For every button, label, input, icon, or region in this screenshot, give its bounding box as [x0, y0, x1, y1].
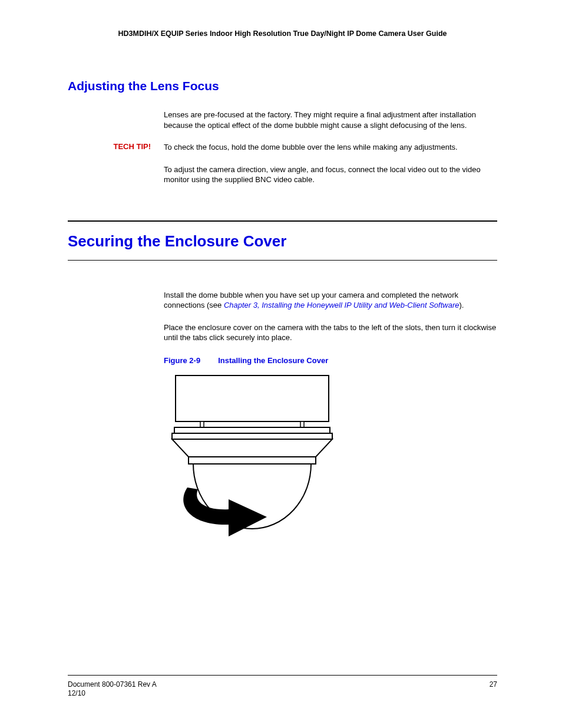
cross-reference-link[interactable]: Chapter 3, Installing the Honeywell IP U… — [224, 301, 459, 309]
figure-caption: Figure 2-9Installing the Enclosure Cover — [164, 355, 497, 365]
paragraph: Install the dome bubble when you have se… — [164, 290, 497, 311]
document-date: 12/10 — [68, 689, 157, 699]
running-header: HD3MDIH/X EQUIP Series Indoor High Resol… — [68, 29, 497, 38]
figure-enclosure-cover — [164, 373, 497, 546]
svg-rect-1 — [200, 421, 204, 427]
svg-rect-2 — [300, 421, 304, 427]
document-number: Document 800-07361 Rev A — [68, 680, 157, 690]
svg-rect-4 — [172, 433, 332, 439]
text: ). — [459, 301, 464, 309]
page-number: 27 — [490, 680, 497, 699]
svg-rect-0 — [176, 375, 329, 421]
svg-rect-5 — [189, 457, 316, 464]
paragraph: Place the enclosure cover on the camera … — [164, 322, 497, 343]
dome-camera-icon — [164, 373, 340, 543]
tech-tip-label: TECH TIP! — [68, 142, 164, 153]
paragraph: Lenses are pre-focused at the factory. T… — [164, 110, 497, 130]
tech-tip-row: TECH TIP! To check the focus, hold the d… — [68, 142, 497, 153]
page-footer: Document 800-07361 Rev A 12/10 27 — [68, 675, 497, 699]
paragraph: To adjust the camera direction, view ang… — [164, 164, 497, 185]
heading-securing-enclosure-cover: Securing the Enclosure Cover — [68, 232, 497, 251]
svg-rect-3 — [174, 427, 330, 433]
tech-tip-body: To check the focus, hold the dome bubble… — [164, 142, 497, 153]
heading-adjusting-lens-focus: Adjusting the Lens Focus — [68, 79, 497, 93]
figure-title: Installing the Enclosure Cover — [218, 356, 328, 365]
figure-number: Figure 2-9 — [164, 356, 200, 365]
